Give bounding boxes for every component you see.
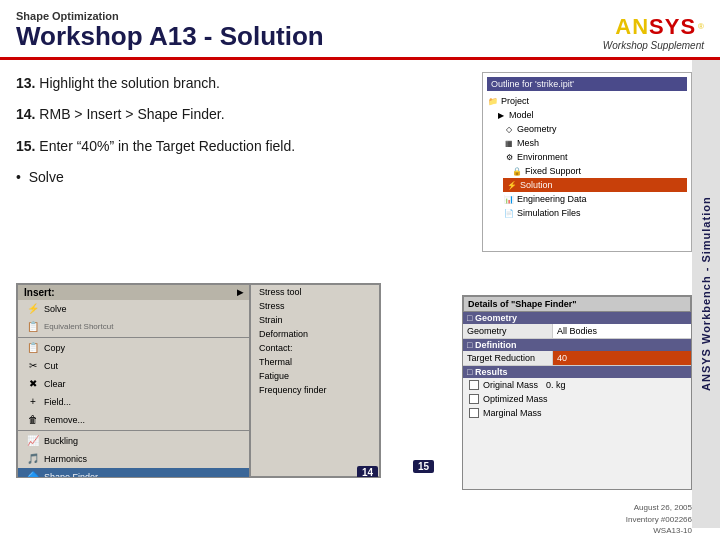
- tree-title-bar: Outline for 'strike.ipit': [487, 77, 687, 91]
- stress-label: Stress: [259, 301, 285, 311]
- menu-item-clear[interactable]: ✖ Clear: [18, 375, 249, 393]
- tree-item-project: 📁Project: [487, 94, 687, 108]
- workshop-supplement: Workshop Supplement: [603, 40, 704, 51]
- optimized-mass-checkbox[interactable]: [469, 394, 479, 404]
- menu-item-remove[interactable]: 🗑 Remove...: [18, 411, 249, 429]
- ansys-logo: ANSYS ®: [615, 14, 704, 40]
- menu-col-1: Insert: ▶ ⚡ Solve 📋 Equivalent Shortcut …: [17, 284, 250, 477]
- insert-label: Insert:: [24, 287, 55, 298]
- thermal-label: Thermal: [259, 357, 292, 367]
- clear-icon: ✖: [26, 377, 40, 391]
- fixed-support-icon: 🔒: [511, 165, 523, 177]
- menu-divider-2: [18, 430, 249, 431]
- shape-finder-icon: 🔷: [26, 470, 40, 478]
- solution-icon: ⚡: [506, 179, 518, 191]
- badge-14: 14: [357, 466, 378, 478]
- details-results-section: □ Results: [463, 366, 691, 378]
- checkbox-marginal-mass: Marginal Mass: [463, 406, 691, 420]
- tree-item-fixed-support: 🔒Fixed Support: [511, 164, 687, 178]
- tree-item-geometry: ◇Geometry: [503, 122, 687, 136]
- details-panel: Details of "Shape Finder" □ Geometry Geo…: [463, 296, 691, 489]
- insert-arrow: ▶: [237, 288, 243, 297]
- menu-item-buckling-label: Buckling: [44, 436, 78, 446]
- menu-item-field[interactable]: + Field...: [18, 393, 249, 411]
- context-menu-screenshot: Insert: ▶ ⚡ Solve 📋 Equivalent Shortcut …: [16, 283, 381, 478]
- footer-date: August 26, 2005: [626, 502, 692, 513]
- header-left: Shape Optimization Workshop A13 - Soluti…: [16, 10, 324, 51]
- menu-item-copy[interactable]: 📋 Copy: [18, 339, 249, 357]
- geometry-value: All Bodies: [553, 324, 691, 338]
- tree-item-engineering-data: 📊Engineering Data: [503, 192, 687, 206]
- tree-item-simulation-files: 📄Simulation Files: [503, 206, 687, 220]
- menu-item-strain[interactable]: Strain: [251, 313, 379, 327]
- details-panel-screenshot: Details of "Shape Finder" □ Geometry Geo…: [462, 295, 692, 490]
- header-right: ANSYS ® Workshop Supplement: [603, 14, 704, 51]
- footer-inventory: Inventory #002266: [626, 514, 692, 525]
- tree-panel: Outline for 'strike.ipit' 📁Project ▶Mode…: [483, 73, 691, 251]
- menu-item-freq[interactable]: Frequency finder: [251, 383, 379, 397]
- geometry-icon: ◇: [503, 123, 515, 135]
- original-mass-label: Original Mass: [483, 380, 538, 390]
- menu-item-thermal[interactable]: Thermal: [251, 355, 379, 369]
- engineering-data-icon: 📊: [503, 193, 515, 205]
- remove-icon: 🗑: [26, 413, 40, 427]
- menu-item-cut[interactable]: ✂ Cut: [18, 357, 249, 375]
- menu-item-remove-label: Remove...: [44, 415, 85, 425]
- menu-item-field-label: Field...: [44, 397, 71, 407]
- menu-item-buckling[interactable]: 📈 Buckling: [18, 432, 249, 450]
- details-title: Details of "Shape Finder": [463, 296, 691, 312]
- stress-tool-label: Stress tool: [259, 287, 302, 297]
- tree-item-environment: ⚙Environment: [503, 150, 687, 164]
- menu-item-shape-finder[interactable]: 🔷 Shape Finder: [18, 468, 249, 478]
- page-title: Workshop A13 - Solution: [16, 22, 324, 51]
- menu-item-shortcut-label: Equivalent Shortcut: [44, 322, 113, 331]
- tree-item-model: ▶Model: [495, 108, 687, 122]
- checkbox-original-mass: Original Mass 0. kg: [463, 378, 691, 392]
- menu-item-cut-label: Cut: [44, 361, 58, 371]
- menu-item-clear-label: Clear: [44, 379, 66, 389]
- menu-item-fatigue[interactable]: Fatigue: [251, 369, 379, 383]
- copy-icon: 📋: [26, 341, 40, 355]
- menu-item-stress-tool[interactable]: Stress tool: [251, 285, 379, 299]
- optimized-mass-label: Optimized Mass: [483, 394, 548, 404]
- tree-item-solution[interactable]: ⚡Solution: [503, 178, 687, 192]
- shortcut-icon: 📋: [26, 320, 40, 334]
- marginal-mass-checkbox[interactable]: [469, 408, 479, 418]
- marginal-mass-label: Marginal Mass: [483, 408, 542, 418]
- menu-item-harmonics[interactable]: 🎵 Harmonics: [18, 450, 249, 468]
- details-row-target: Target Reduction 40: [463, 351, 691, 366]
- details-row-geometry: Geometry All Bodies: [463, 324, 691, 339]
- original-mass-value: 0. kg: [546, 380, 566, 390]
- freq-label: Frequency finder: [259, 385, 327, 395]
- model-icon: ▶: [495, 109, 507, 121]
- menu-item-insert-header: Insert: ▶: [18, 285, 249, 300]
- ansys-tm: ®: [698, 22, 704, 31]
- field-icon: +: [26, 395, 40, 409]
- menu-item-deformation[interactable]: Deformation: [251, 327, 379, 341]
- mesh-icon: ▦: [503, 137, 515, 149]
- target-reduction-label: Target Reduction: [463, 351, 553, 365]
- menu-item-shortcut[interactable]: 📋 Equivalent Shortcut: [18, 318, 249, 336]
- menu-item-contact[interactable]: Contact:: [251, 341, 379, 355]
- strain-label: Strain: [259, 315, 283, 325]
- menu-divider-1: [18, 337, 249, 338]
- original-mass-checkbox[interactable]: [469, 380, 479, 390]
- contact-label: Contact:: [259, 343, 293, 353]
- ansys-logo-text: ANSYS: [615, 14, 696, 40]
- footer-id: WSA13-10: [626, 525, 692, 536]
- geometry-label: Geometry: [463, 324, 553, 338]
- menu-item-shape-finder-label: Shape Finder: [44, 472, 98, 478]
- target-reduction-value[interactable]: 40: [553, 351, 691, 365]
- menu-item-solve-label: Solve: [44, 304, 67, 314]
- menu-item-harmonics-label: Harmonics: [44, 454, 87, 464]
- details-geometry-section: □ Geometry: [463, 312, 691, 324]
- buckling-icon: 📈: [26, 434, 40, 448]
- menu-item-copy-label: Copy: [44, 343, 65, 353]
- simulation-files-icon: 📄: [503, 207, 515, 219]
- project-icon: 📁: [487, 95, 499, 107]
- menu-item-solve[interactable]: ⚡ Solve: [18, 300, 249, 318]
- tree-item-mesh: ▦Mesh: [503, 136, 687, 150]
- checkbox-optimized-mass: Optimized Mass: [463, 392, 691, 406]
- menu-col-2: Stress tool Stress Strain Deformation Co…: [250, 284, 380, 477]
- menu-item-stress[interactable]: Stress: [251, 299, 379, 313]
